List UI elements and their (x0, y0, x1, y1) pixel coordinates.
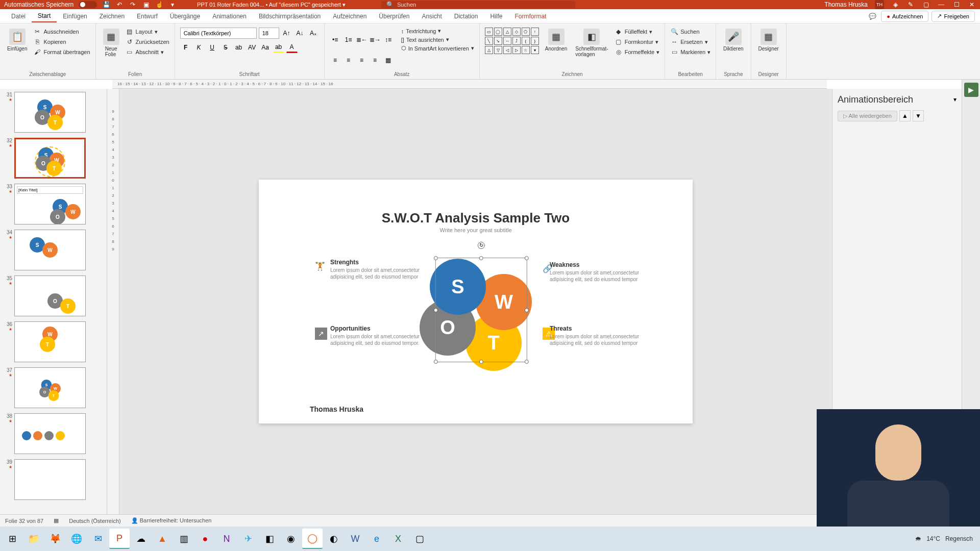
search-box[interactable]: 🔍 (381, 1, 575, 8)
slide-thumb-38[interactable] (14, 413, 86, 454)
tab-datei[interactable]: Datei (5, 11, 32, 22)
line-spacing-icon[interactable]: ↕≡ (383, 34, 394, 45)
decrease-indent-icon[interactable]: ≣← (356, 34, 368, 45)
tab-uebergaenge[interactable]: Übergänge (164, 11, 206, 22)
tab-dictation[interactable]: Dictation (448, 11, 484, 22)
bold-button[interactable]: F (180, 42, 191, 53)
bullets-icon[interactable]: •≡ (330, 34, 341, 45)
accessibility-status[interactable]: 👤 Barrierefreiheit: Untersuchen (131, 517, 212, 524)
system-tray[interactable]: 🌧 14°C Regensch (915, 535, 978, 542)
underline-button[interactable]: U (207, 42, 218, 53)
font-color-icon[interactable]: A (286, 42, 298, 53)
firefox-icon[interactable]: 🦊 (45, 529, 65, 549)
window-mode-icon[interactable]: ▢ (922, 1, 930, 9)
slide-canvas-area[interactable]: S.W.O.T Analysis Sample Two Write here y… (119, 89, 832, 514)
reset-button[interactable]: ↺Zurücksetzen (126, 38, 169, 46)
italic-button[interactable]: K (193, 42, 205, 53)
present-from-beginning-icon[interactable]: ▣ (142, 1, 150, 9)
autosave-toggle[interactable] (79, 1, 97, 8)
resize-handle-tm[interactable] (479, 256, 483, 260)
search-input[interactable] (397, 2, 570, 8)
resize-handle-ml[interactable] (434, 308, 438, 312)
maximize-icon[interactable]: ☐ (952, 1, 961, 9)
rotation-handle[interactable] (478, 242, 485, 249)
paste-button[interactable]: 📋Einfügen (5, 28, 29, 53)
align-center-icon[interactable]: ≡ (343, 55, 354, 66)
decrease-font-icon[interactable]: A↓ (295, 28, 306, 39)
section-button[interactable]: ▭Abschnitt ▾ (126, 48, 169, 56)
play-all-button[interactable]: ▷ Alle wiedergeben (838, 111, 897, 121)
pen-icon[interactable]: ✎ (906, 1, 915, 9)
slide-thumbnail-panel[interactable]: 31★ SWOT 32★ SWOT 33★ [Kein Titel]SWO 34… (0, 89, 107, 514)
highlight-icon[interactable]: ab (273, 42, 284, 53)
char-spacing-icon[interactable]: AV (247, 42, 258, 53)
slide-subtitle[interactable]: Write here your great subtitle (289, 227, 662, 233)
share-button[interactable]: ↗Freigeben (932, 11, 975, 22)
tab-formformat[interactable]: Formformat (508, 11, 552, 22)
tab-start[interactable]: Start (32, 10, 57, 22)
strike-button[interactable]: S̶ (220, 42, 231, 53)
app-icon-3[interactable]: ● (195, 529, 215, 549)
tab-animationen[interactable]: Animationen (206, 11, 253, 22)
font-size-combo[interactable]: 18 (259, 28, 279, 39)
telegram-icon[interactable]: ✈ (238, 529, 258, 549)
resize-handle-bm[interactable] (479, 360, 483, 364)
increase-indent-icon[interactable]: ≣→ (370, 34, 381, 45)
app-icon-2[interactable]: ▥ (174, 529, 194, 549)
weakness-text-box[interactable]: WeaknessLorem ipsum dolor sit amet,conse… (550, 261, 642, 283)
slide-thumb-34[interactable]: SW (14, 230, 86, 270)
slide[interactable]: S.W.O.T Analysis Sample Two Write here y… (259, 180, 693, 423)
chrome-icon[interactable]: 🌐 (66, 529, 87, 549)
slide-thumb-32[interactable]: SWOT (14, 138, 86, 179)
columns-icon[interactable]: ▦ (383, 55, 394, 66)
tab-ueberpruefen[interactable]: Überprüfen (373, 11, 415, 22)
save-icon[interactable]: 💾 (102, 1, 110, 9)
opportunities-text-box[interactable]: OpportunitiesLorem ipsum dolor sit amet,… (330, 325, 422, 346)
selection-frame[interactable] (435, 258, 527, 362)
align-text-button[interactable]: [] Text ausrichten ▾ (401, 36, 474, 43)
tab-einfuegen[interactable]: Einfügen (57, 11, 93, 22)
slide-thumb-36[interactable]: WT (14, 321, 86, 362)
shape-outline-button[interactable]: ▢Formkontur ▾ (615, 38, 660, 46)
move-down-icon[interactable]: ▼ (913, 110, 924, 121)
pane-options-icon[interactable]: ▾ (949, 94, 961, 105)
quick-styles-button[interactable]: ◧Schnellformat- vorlagen (573, 28, 610, 58)
convert-smartart-button[interactable]: ⬡ In SmartArt konvertieren ▾ (401, 45, 474, 52)
redo-icon[interactable]: ↷ (129, 1, 137, 9)
side-animation-icon[interactable]: ▶ (964, 83, 978, 97)
record-button[interactable]: ●Aufzeichnen (881, 11, 928, 22)
format-painter-button[interactable]: 🖌Format übertragen (33, 48, 90, 56)
resize-handle-bl[interactable] (434, 360, 438, 364)
tab-entwurf[interactable]: Entwurf (131, 11, 164, 22)
language-status[interactable]: Deutsch (Österreich) (69, 518, 120, 524)
app-icon-7[interactable]: ▢ (409, 529, 430, 549)
change-case-icon[interactable]: Aa (260, 42, 271, 53)
font-name-combo[interactable]: Calibri (Textkörper) (180, 28, 257, 39)
tab-ansicht[interactable]: Ansicht (415, 11, 448, 22)
dictate-button[interactable]: 🎤Diktieren (721, 28, 745, 53)
start-button[interactable]: ⊞ (2, 529, 22, 549)
close-icon[interactable]: ✕ (968, 1, 976, 9)
excel-icon[interactable]: X (388, 529, 408, 549)
outlook-icon[interactable]: ✉ (88, 529, 108, 549)
new-slide-button[interactable]: ▦Neue Folie (101, 28, 121, 58)
threats-text-box[interactable]: ThreatsLorem ipsum dolor sit amet,consec… (550, 325, 642, 346)
increase-font-icon[interactable]: A↑ (281, 28, 292, 39)
comments-icon[interactable]: 💬 (867, 11, 878, 22)
select-button[interactable]: ▭Markieren ▾ (670, 48, 710, 56)
slide-thumb-37[interactable]: SWOT (14, 367, 86, 408)
tab-hilfe[interactable]: Hilfe (484, 11, 508, 22)
layout-button[interactable]: ▤Layout ▾ (126, 28, 169, 36)
user-avatar[interactable]: TH (875, 0, 884, 9)
arrange-button[interactable]: ▦Anordnen (543, 28, 569, 53)
onenote-icon[interactable]: N (216, 529, 237, 549)
clear-format-icon[interactable]: Aₓ (308, 28, 319, 39)
shape-effects-button[interactable]: ◎Formeffekte ▾ (615, 48, 660, 56)
align-right-icon[interactable]: ≡ (356, 55, 368, 66)
shapes-gallery[interactable]: ▭◯△◇⬠↑ ╲↘↔⤴{} △▽◁▷☆▾ (485, 28, 539, 54)
resize-handle-mr[interactable] (525, 308, 529, 312)
qat-customize-icon[interactable]: ▾ (168, 1, 177, 9)
designer-button[interactable]: ▦Designer (756, 28, 781, 53)
numbering-icon[interactable]: 1≡ (343, 34, 354, 45)
strengths-text-box[interactable]: StrenghtsLorem ipsum dolor sit amet,cons… (330, 259, 422, 280)
